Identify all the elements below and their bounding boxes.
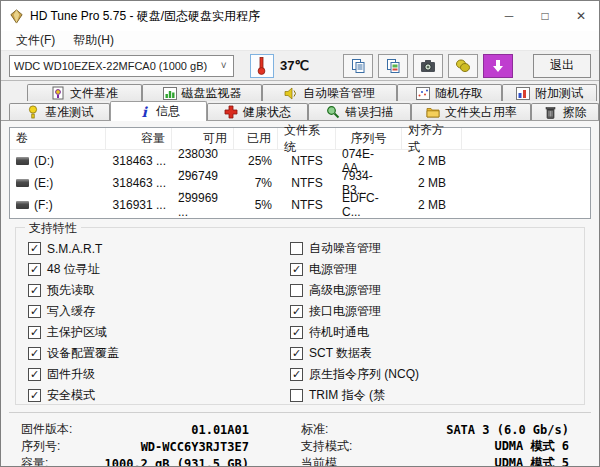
copy-text-button[interactable] bbox=[343, 54, 373, 78]
feature-item[interactable]: 高级电源管理 bbox=[290, 280, 584, 301]
feature-label: 预先读取 bbox=[47, 282, 95, 299]
feature-item[interactable]: 安全模式 bbox=[28, 385, 290, 406]
volume-letter: (E:) bbox=[34, 176, 53, 190]
checkbox[interactable] bbox=[290, 284, 303, 297]
toolbar: WDC WD10EZEX-22MFCA0 (1000 gB) ˅ 37℃ bbox=[1, 51, 599, 81]
tab-label: 文件夹占用率 bbox=[445, 104, 517, 121]
volume-alignment: 2 MB bbox=[402, 176, 462, 190]
feature-item[interactable]: 待机时通电 bbox=[290, 322, 584, 343]
info-label: 当前模 bbox=[301, 455, 337, 466]
features-left-column: S.M.A.R.T 48 位寻址 预先读取 bbox=[28, 238, 290, 406]
feature-item[interactable]: 固件升级 bbox=[28, 364, 290, 385]
window-title: HD Tune Pro 5.75 - 硬盘/固态硬盘实用程序 bbox=[30, 8, 491, 25]
checkbox[interactable] bbox=[290, 368, 303, 381]
volume-row[interactable]: (E:) 318463 ... 296749 ... 7% NTFS 7934-… bbox=[10, 172, 590, 194]
close-button[interactable]: ✕ bbox=[563, 1, 599, 31]
download-button[interactable] bbox=[483, 54, 513, 78]
tab-erase[interactable]: 擦除 bbox=[531, 103, 599, 120]
tab-error-scan[interactable]: 错误扫描 bbox=[308, 103, 411, 120]
volume-list: 卷 容量 可用 已用 文件系统 序列号 对齐方式 (D:) 318463 ...… bbox=[9, 127, 591, 219]
tab-noise-management[interactable]: 自动噪音管理 bbox=[262, 84, 397, 101]
feature-item[interactable]: TRIM 指令 (禁 bbox=[290, 385, 584, 406]
tab-folder-usage[interactable]: 文件夹占用率 bbox=[411, 103, 531, 120]
drive-select-dropdown[interactable]: WDC WD10EZEX-22MFCA0 (1000 gB) ˅ bbox=[9, 55, 234, 77]
feature-item[interactable]: 自动噪音管理 bbox=[290, 238, 584, 259]
tab-random-access[interactable]: 随机存取 bbox=[397, 84, 502, 101]
screenshot-button[interactable] bbox=[413, 54, 443, 78]
volume-capacity: 318463 ... bbox=[106, 154, 172, 168]
copy-image-button[interactable] bbox=[378, 54, 408, 78]
extra-tests-icon bbox=[516, 86, 530, 100]
checkbox[interactable] bbox=[290, 389, 303, 402]
exit-button[interactable]: 退出 bbox=[533, 54, 591, 78]
feature-item[interactable]: 设备配置覆盖 bbox=[28, 343, 290, 364]
tab-label: 文件基准 bbox=[70, 85, 118, 102]
feature-item[interactable]: S.M.A.R.T bbox=[28, 238, 290, 259]
feature-label: 48 位寻址 bbox=[47, 261, 100, 278]
feature-item[interactable]: 写入缓存 bbox=[28, 301, 290, 322]
random-access-icon bbox=[416, 86, 430, 100]
info-row: 容量: 1000.2 gB (931.5 GB) bbox=[21, 455, 249, 466]
volume-capacity: 316931 ... bbox=[106, 198, 172, 212]
temperature-value: 37℃ bbox=[280, 58, 309, 73]
tab-file-benchmark[interactable]: 文件基准 bbox=[27, 84, 142, 101]
tab-benchmark[interactable]: 基准测试 bbox=[9, 103, 110, 120]
info-right-column: 标准: SATA 3 (6.0 Gb/s) 支持模式: UDMA 模式 6 当前… bbox=[301, 421, 569, 466]
checkbox[interactable] bbox=[28, 389, 41, 402]
checkbox[interactable] bbox=[290, 242, 303, 255]
temperature-button[interactable] bbox=[250, 54, 274, 78]
feature-label: SCT 数据表 bbox=[309, 345, 372, 362]
feature-label: 安全模式 bbox=[47, 387, 95, 404]
checkbox[interactable] bbox=[290, 347, 303, 360]
feature-label: 原生指令序列 (NCQ) bbox=[309, 366, 419, 383]
folder-icon bbox=[426, 105, 440, 119]
menu-help[interactable]: 帮助(H) bbox=[64, 30, 123, 51]
column-header-volume[interactable]: 卷 bbox=[10, 128, 106, 149]
save-button[interactable] bbox=[448, 54, 478, 78]
feature-item[interactable]: 预先读取 bbox=[28, 280, 290, 301]
checkbox[interactable] bbox=[28, 284, 41, 297]
feature-item[interactable]: SCT 数据表 bbox=[290, 343, 584, 364]
volume-usage: 25% bbox=[234, 154, 278, 168]
tab-extra-tests[interactable]: 附加测试 bbox=[502, 84, 597, 101]
column-header-capacity[interactable]: 容量 bbox=[106, 128, 172, 149]
feature-item[interactable]: 电源管理 bbox=[290, 259, 584, 280]
tab-disk-monitor[interactable]: 磁盘监视器 bbox=[142, 84, 262, 101]
volume-row[interactable]: (D:) 318463 ... 238030 ... 25% NTFS 074E… bbox=[10, 150, 590, 172]
tab-label: 基准测试 bbox=[45, 104, 93, 121]
minimize-button[interactable]: ─ bbox=[491, 1, 527, 31]
menu-file[interactable]: 文件(F) bbox=[7, 30, 64, 51]
volume-row[interactable]: (F:) 316931 ... 299969 ... 5% NTFS EDFC-… bbox=[10, 194, 590, 216]
checkbox[interactable] bbox=[28, 347, 41, 360]
feature-item[interactable]: 48 位寻址 bbox=[28, 259, 290, 280]
info-row: 标准: SATA 3 (6.0 Gb/s) bbox=[301, 421, 569, 438]
checkbox[interactable] bbox=[28, 263, 41, 276]
checkbox[interactable] bbox=[28, 326, 41, 339]
volume-letter: (D:) bbox=[34, 154, 54, 168]
column-header-usage[interactable]: 已用 bbox=[234, 128, 278, 149]
feature-label: 设备配置覆盖 bbox=[47, 345, 119, 362]
maximize-button[interactable]: □ bbox=[527, 1, 563, 31]
column-header-free[interactable]: 可用 bbox=[172, 128, 234, 149]
checkbox[interactable] bbox=[290, 263, 303, 276]
info-left-column: 固件版本: 01.01A01 序列号: WD-WCC6Y3RJT3E7 容量: … bbox=[21, 421, 249, 466]
checkbox[interactable] bbox=[28, 305, 41, 318]
checkbox[interactable] bbox=[290, 305, 303, 318]
column-header-filesystem[interactable]: 文件系统 bbox=[278, 128, 336, 149]
checkbox[interactable] bbox=[290, 326, 303, 339]
feature-label: 自动噪音管理 bbox=[309, 240, 381, 257]
drive-icon bbox=[16, 201, 29, 209]
volume-filesystem: NTFS bbox=[278, 154, 336, 168]
column-header-serial[interactable]: 序列号 bbox=[336, 128, 402, 149]
checkbox[interactable] bbox=[28, 242, 41, 255]
column-header-filler bbox=[462, 128, 590, 149]
feature-item[interactable]: 主保护区域 bbox=[28, 322, 290, 343]
feature-item[interactable]: 原生指令序列 (NCQ) bbox=[290, 364, 584, 385]
feature-item[interactable]: 接口电源管理 bbox=[290, 301, 584, 322]
column-header-alignment[interactable]: 对齐方式 bbox=[402, 128, 462, 149]
features-right-column: 自动噪音管理 电源管理 高级电源管理 bbox=[290, 238, 584, 406]
info-label: 支持模式: bbox=[301, 438, 352, 455]
checkbox[interactable] bbox=[28, 368, 41, 381]
tab-info[interactable]: i 信息 bbox=[110, 101, 207, 121]
tab-health[interactable]: 健康状态 bbox=[207, 103, 308, 120]
